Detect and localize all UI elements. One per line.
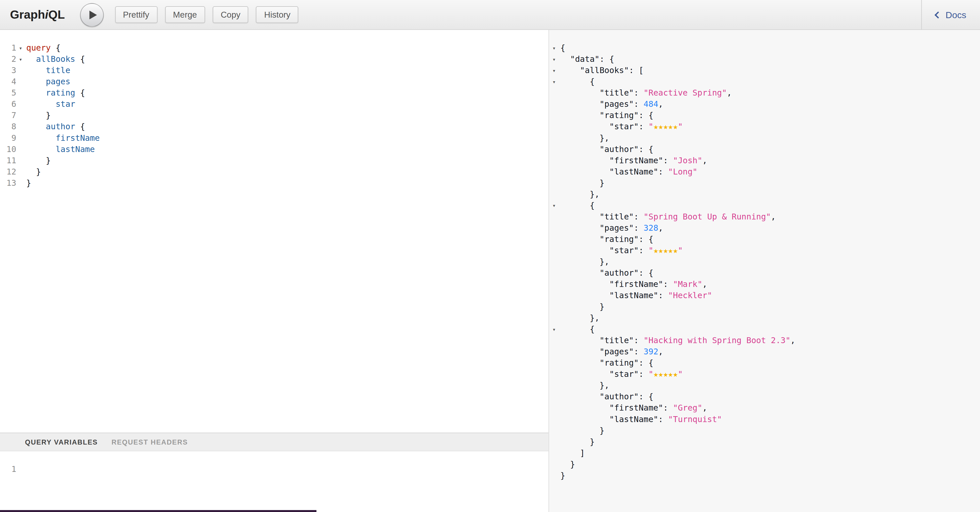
code-line: "star": "★★★★★" (549, 121, 980, 133)
code-text: lastName (25, 144, 95, 155)
code-line: "rating": { (549, 110, 980, 121)
fold-arrow-icon[interactable]: ▾ (549, 65, 559, 76)
fold-arrow-icon[interactable]: ▾ (549, 324, 559, 335)
result-viewer[interactable]: ▾{▾ "data": {▾ "allBooks": [▾ { "title":… (549, 30, 980, 512)
code-line: 8 author { (0, 121, 549, 133)
fold-gutter (549, 121, 559, 133)
code-line: 6 star (0, 99, 549, 110)
code-text (25, 464, 26, 475)
fold-gutter (549, 223, 559, 234)
code-line: "firstName": "Mark", (549, 279, 980, 290)
fold-arrow-icon[interactable]: ▾ (16, 54, 25, 65)
code-text: "firstName": "Josh", (559, 155, 707, 166)
fold-gutter (16, 87, 25, 99)
code-line: ▾ { (549, 76, 980, 87)
code-line: "author": { (549, 144, 980, 155)
fold-arrow-icon[interactable]: ▾ (549, 200, 559, 211)
fold-gutter (549, 189, 559, 200)
code-text: "rating": { (559, 358, 653, 369)
fold-gutter (549, 245, 559, 256)
fold-gutter (16, 166, 25, 178)
code-text: ] (559, 448, 585, 459)
line-number: 13 (0, 178, 16, 189)
code-line: 12 } (0, 166, 549, 178)
code-text: "lastName": "Heckler" (559, 290, 712, 301)
code-line: "pages": 392, (549, 346, 980, 358)
code-line: 4 pages (0, 76, 549, 87)
fold-arrow-icon[interactable]: ▾ (549, 42, 559, 54)
graphiql-app: GraphiQL Prettify Merge Copy History Doc… (0, 0, 980, 512)
code-text: } (559, 425, 604, 436)
fold-gutter (549, 144, 559, 155)
code-text: "pages": 328, (559, 223, 663, 234)
variables-editor[interactable]: 1 (0, 452, 549, 512)
app-header: GraphiQL Prettify Merge Copy History Doc… (0, 0, 980, 30)
code-text: "firstName": "Greg", (559, 403, 707, 414)
prettify-button[interactable]: Prettify (115, 6, 157, 23)
fold-gutter (549, 436, 559, 448)
fold-gutter (549, 99, 559, 110)
code-line: }, (549, 189, 980, 200)
history-button[interactable]: History (256, 6, 299, 23)
fold-gutter (549, 391, 559, 403)
code-line: } (549, 470, 980, 481)
logo-text-suffix: QL (48, 8, 65, 21)
code-line: "title": "Reactive Spring", (549, 87, 980, 99)
code-text: "data": { (559, 54, 614, 65)
code-text: { (559, 76, 595, 87)
code-text: star (25, 99, 75, 110)
code-line: } (549, 459, 980, 470)
merge-button[interactable]: Merge (165, 6, 205, 23)
code-text: "pages": 484, (559, 99, 663, 110)
query-editor[interactable]: 1▾query {2▾ allBooks {3 title4 pages5 ra… (0, 30, 549, 432)
fold-arrow-icon[interactable]: ▾ (549, 76, 559, 87)
fold-gutter (549, 110, 559, 121)
execute-button[interactable] (80, 3, 103, 27)
code-text: "rating": { (559, 234, 653, 245)
fold-gutter (549, 87, 559, 99)
tab-request-headers[interactable]: REQUEST HEADERS (111, 438, 188, 445)
fold-arrow-icon[interactable]: ▾ (16, 42, 25, 54)
code-line: "title": "Spring Boot Up & Running", (549, 211, 980, 223)
fold-gutter (549, 470, 559, 481)
fold-gutter (549, 290, 559, 301)
code-line: "title": "Hacking with Spring Boot 2.3", (549, 335, 980, 346)
fold-arrow-icon[interactable]: ▾ (549, 54, 559, 65)
docs-link[interactable]: Docs (921, 0, 980, 29)
fold-gutter (549, 155, 559, 166)
code-line: "lastName": "Turnquist" (549, 414, 980, 425)
fold-gutter (16, 133, 25, 144)
fold-gutter (549, 178, 559, 189)
fold-gutter (549, 301, 559, 312)
fold-gutter (549, 335, 559, 346)
code-line: } (549, 425, 980, 436)
code-line: ▾{ (549, 42, 980, 54)
fold-gutter (549, 267, 559, 279)
code-text: "rating": { (559, 110, 653, 121)
code-line: "pages": 328, (549, 223, 980, 234)
code-text: "title": "Spring Boot Up & Running", (559, 211, 776, 223)
tab-query-variables[interactable]: QUERY VARIABLES (25, 438, 98, 445)
code-text: } (559, 178, 604, 189)
fold-gutter (549, 403, 559, 414)
code-line: } (549, 436, 980, 448)
code-text: } (25, 178, 31, 189)
code-line: 3 title (0, 65, 549, 76)
copy-button[interactable]: Copy (213, 6, 249, 23)
code-line: "pages": 484, (549, 99, 980, 110)
code-text: "author": { (559, 267, 653, 279)
play-icon (89, 10, 97, 19)
code-text: "title": "Hacking with Spring Boot 2.3", (559, 335, 795, 346)
code-text: }, (559, 133, 609, 144)
fold-gutter (549, 256, 559, 267)
fold-gutter (549, 312, 559, 324)
fold-gutter (549, 279, 559, 290)
fold-gutter (16, 110, 25, 121)
progress-bar (0, 510, 317, 512)
code-text: "allBooks": [ (559, 65, 643, 76)
code-line: }, (549, 256, 980, 267)
fold-gutter (549, 166, 559, 178)
fold-gutter (549, 425, 559, 436)
fold-gutter (16, 178, 25, 189)
app-logo: GraphiQL (10, 8, 65, 22)
